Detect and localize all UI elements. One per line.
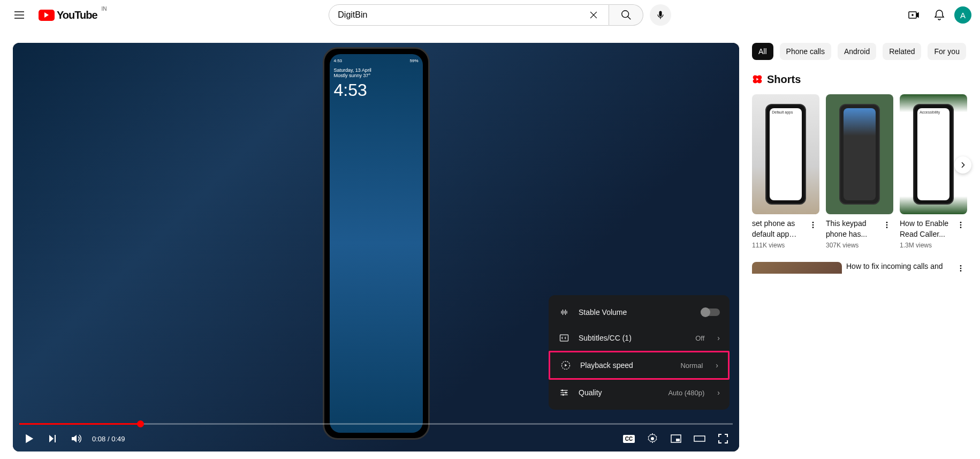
short-card[interactable]: Accessibility How to Enable Read Caller.… xyxy=(900,94,967,249)
create-video-icon xyxy=(907,9,920,21)
svg-point-16 xyxy=(812,224,814,226)
svg-point-24 xyxy=(960,265,962,267)
voice-search-button[interactable] xyxy=(650,4,671,26)
account-avatar[interactable]: A xyxy=(954,6,971,24)
svg-point-8 xyxy=(651,437,654,440)
svg-point-7 xyxy=(563,394,564,396)
svg-point-22 xyxy=(960,224,962,226)
youtube-play-icon xyxy=(39,10,55,21)
cc-button[interactable]: CC xyxy=(619,429,639,448)
country-code: IN xyxy=(102,6,107,12)
microphone-icon xyxy=(655,10,666,20)
chevron-right-icon: › xyxy=(717,388,720,397)
more-vertical-icon xyxy=(809,221,817,229)
svg-point-21 xyxy=(960,222,962,223)
short-menu-button[interactable] xyxy=(880,219,893,231)
miniplayer-icon xyxy=(670,432,682,445)
fullscreen-button[interactable] xyxy=(713,429,733,448)
svg-rect-3 xyxy=(560,335,568,341)
short-views: 111K views xyxy=(752,242,804,249)
notifications-button[interactable] xyxy=(929,4,950,26)
youtube-logo[interactable]: YouTube IN xyxy=(39,9,97,21)
short-title: How to Enable Read Caller... xyxy=(900,219,952,239)
shorts-icon xyxy=(752,73,763,86)
search-input[interactable] xyxy=(338,10,587,20)
youtube-wordmark: YouTube xyxy=(57,9,97,21)
menu-icon xyxy=(13,9,26,21)
volume-icon xyxy=(70,432,82,445)
cc-icon xyxy=(558,333,570,343)
waveform-icon xyxy=(558,307,570,318)
chevron-right-icon: › xyxy=(716,361,718,370)
short-title: This keypad phone has... xyxy=(826,219,878,239)
time-display: 0:08 / 0:49 xyxy=(92,435,125,443)
shorts-heading: Shorts xyxy=(767,73,801,86)
short-views: 1.3M views xyxy=(900,242,952,249)
search-button[interactable] xyxy=(609,4,643,26)
chevron-right-icon xyxy=(959,161,967,169)
chip-all[interactable]: All xyxy=(752,43,773,60)
playback-speed-icon xyxy=(560,360,572,371)
cc-badge-icon: CC xyxy=(623,435,635,443)
video-player[interactable]: 4:5359% Saturday, 13 April Mostly sunny … xyxy=(13,43,739,452)
chip-phone-calls[interactable]: Phone calls xyxy=(780,43,831,60)
svg-point-20 xyxy=(886,227,888,228)
related-thumbnail xyxy=(752,262,842,274)
close-icon xyxy=(588,10,599,20)
filter-chips: All Phone calls Android Related For you xyxy=(752,43,967,60)
create-button[interactable] xyxy=(903,4,924,26)
short-menu-button[interactable] xyxy=(954,219,967,231)
playback-speed-row[interactable]: Playback speed Normal › xyxy=(549,351,730,380)
stable-volume-row[interactable]: Stable Volume xyxy=(549,299,730,325)
theater-icon xyxy=(693,432,706,445)
fullscreen-icon xyxy=(717,432,730,445)
related-video[interactable]: How to fix incoming calls and xyxy=(752,262,967,275)
miniplayer-button[interactable] xyxy=(666,429,686,448)
play-button[interactable] xyxy=(19,429,39,448)
related-title: How to fix incoming calls and xyxy=(846,262,952,270)
next-button[interactable] xyxy=(43,429,62,448)
quality-row[interactable]: Quality Auto (480p) › xyxy=(549,380,730,405)
more-vertical-icon xyxy=(956,221,965,229)
header: YouTube IN A xyxy=(0,0,980,30)
svg-point-17 xyxy=(812,227,814,228)
chip-android[interactable]: Android xyxy=(838,43,876,60)
svg-rect-10 xyxy=(676,439,680,441)
volume-button[interactable] xyxy=(66,429,86,448)
svg-point-26 xyxy=(960,270,962,272)
svg-point-19 xyxy=(886,224,888,226)
short-thumbnail: Default apps xyxy=(752,94,819,214)
clear-search-button[interactable] xyxy=(587,9,600,21)
search-icon xyxy=(620,9,632,21)
chip-for-you[interactable]: For you xyxy=(928,43,966,60)
player-settings-menu: Stable Volume Subtitles/CC (1) Off › Pla… xyxy=(549,295,730,410)
short-title: set phone as default app ko... xyxy=(752,219,804,239)
short-card[interactable]: Default apps set phone as default app ko… xyxy=(752,94,819,249)
more-vertical-icon xyxy=(956,264,965,273)
subtitles-row[interactable]: Subtitles/CC (1) Off › xyxy=(549,325,730,351)
play-icon xyxy=(21,431,36,446)
theater-button[interactable] xyxy=(690,429,709,448)
short-thumbnail xyxy=(826,94,893,214)
short-menu-button[interactable] xyxy=(807,219,819,231)
shorts-row: Default apps set phone as default app ko… xyxy=(752,94,967,249)
related-menu-button[interactable] xyxy=(954,262,967,275)
short-card[interactable]: This keypad phone has... 307K views xyxy=(826,94,893,249)
next-icon xyxy=(46,432,59,445)
svg-rect-1 xyxy=(659,11,662,17)
svg-point-6 xyxy=(565,392,567,394)
bell-icon xyxy=(933,9,946,21)
hamburger-menu[interactable] xyxy=(9,4,30,26)
svg-point-18 xyxy=(886,222,888,223)
settings-button[interactable] xyxy=(643,429,662,448)
chip-related[interactable]: Related xyxy=(883,43,921,60)
shorts-next-button[interactable] xyxy=(954,156,971,174)
more-vertical-icon xyxy=(883,221,891,229)
sliders-icon xyxy=(558,387,570,398)
svg-point-5 xyxy=(561,389,563,391)
progress-bar[interactable] xyxy=(19,423,733,425)
stable-volume-toggle[interactable] xyxy=(701,308,720,316)
svg-point-23 xyxy=(960,227,962,228)
search-field[interactable] xyxy=(329,4,609,26)
svg-point-25 xyxy=(960,268,962,269)
